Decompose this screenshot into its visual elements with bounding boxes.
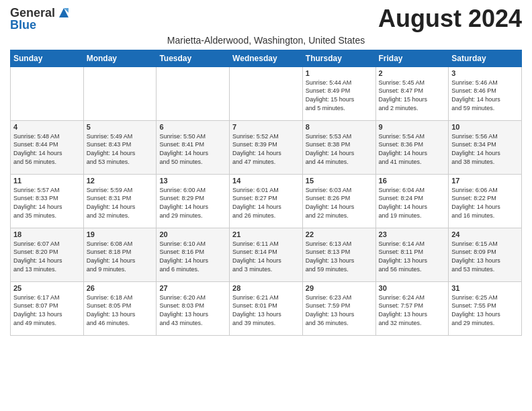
calendar-header-row: Sunday Monday Tuesday Wednesday Thursday…: [11, 50, 522, 66]
day-number: 20: [159, 230, 226, 238]
day-info: Sunrise: 5:57 AM Sunset: 8:33 PM Dayligh…: [13, 186, 81, 220]
calendar-cell: 25Sunrise: 6:17 AM Sunset: 8:07 PM Dayli…: [11, 281, 84, 335]
day-info: Sunrise: 5:44 AM Sunset: 8:49 PM Dayligh…: [306, 79, 373, 112]
logo-blue: Blue: [10, 19, 36, 32]
calendar-row-2: 4Sunrise: 5:48 AM Sunset: 8:44 PM Daylig…: [11, 120, 522, 174]
calendar-cell: 6Sunrise: 5:50 AM Sunset: 8:41 PM Daylig…: [157, 120, 230, 174]
calendar-cell: 3Sunrise: 5:46 AM Sunset: 8:46 PM Daylig…: [449, 66, 522, 120]
day-number: 29: [306, 284, 373, 292]
day-number: 23: [379, 230, 446, 238]
day-info: Sunrise: 6:11 AM Sunset: 8:14 PM Dayligh…: [232, 240, 300, 273]
day-info: Sunrise: 6:17 AM Sunset: 8:07 PM Dayligh…: [13, 293, 81, 327]
calendar-row-4: 18Sunrise: 6:07 AM Sunset: 8:20 PM Dayli…: [11, 228, 522, 281]
month-title: August 2024: [378, 7, 522, 31]
header-thursday: Thursday: [302, 50, 375, 66]
calendar-cell: 9Sunrise: 5:54 AM Sunset: 8:36 PM Daylig…: [375, 120, 449, 174]
calendar-cell: 16Sunrise: 6:04 AM Sunset: 8:24 PM Dayli…: [375, 174, 449, 228]
calendar-cell: [83, 66, 157, 120]
calendar-cell: 23Sunrise: 6:14 AM Sunset: 8:11 PM Dayli…: [375, 228, 449, 281]
calendar-cell: 1Sunrise: 5:44 AM Sunset: 8:49 PM Daylig…: [302, 66, 375, 120]
calendar-cell: 12Sunrise: 5:59 AM Sunset: 8:31 PM Dayli…: [83, 174, 157, 228]
day-number: 30: [379, 284, 446, 292]
day-info: Sunrise: 6:04 AM Sunset: 8:24 PM Dayligh…: [379, 186, 446, 220]
calendar-cell: 7Sunrise: 5:52 AM Sunset: 8:39 PM Daylig…: [230, 120, 303, 174]
day-info: Sunrise: 6:06 AM Sunset: 8:22 PM Dayligh…: [451, 186, 519, 220]
day-info: Sunrise: 5:52 AM Sunset: 8:39 PM Dayligh…: [232, 132, 300, 166]
day-info: Sunrise: 5:50 AM Sunset: 8:41 PM Dayligh…: [159, 132, 226, 166]
day-number: 10: [451, 123, 519, 131]
header: General Blue August 2024: [10, 7, 522, 32]
header-friday: Friday: [375, 50, 449, 66]
day-number: 19: [87, 230, 154, 238]
day-info: Sunrise: 6:25 AM Sunset: 7:55 PM Dayligh…: [451, 293, 519, 327]
day-number: 31: [451, 284, 519, 292]
calendar-cell: 15Sunrise: 6:03 AM Sunset: 8:26 PM Dayli…: [302, 174, 375, 228]
calendar-cell: 18Sunrise: 6:07 AM Sunset: 8:20 PM Dayli…: [11, 228, 84, 281]
day-number: 13: [159, 177, 226, 185]
day-number: 6: [159, 123, 226, 131]
calendar-cell: 27Sunrise: 6:20 AM Sunset: 8:03 PM Dayli…: [157, 281, 230, 335]
day-info: Sunrise: 5:45 AM Sunset: 8:47 PM Dayligh…: [379, 79, 446, 112]
header-monday: Monday: [83, 50, 157, 66]
calendar-cell: 11Sunrise: 5:57 AM Sunset: 8:33 PM Dayli…: [11, 174, 84, 228]
calendar-cell: 5Sunrise: 5:49 AM Sunset: 8:43 PM Daylig…: [83, 120, 157, 174]
calendar-cell: 20Sunrise: 6:10 AM Sunset: 8:16 PM Dayli…: [157, 228, 230, 281]
day-number: 16: [379, 177, 446, 185]
day-info: Sunrise: 6:13 AM Sunset: 8:13 PM Dayligh…: [306, 240, 373, 273]
calendar-cell: [230, 66, 303, 120]
subtitle: Marietta-Alderwood, Washington, United S…: [10, 35, 522, 46]
day-info: Sunrise: 6:18 AM Sunset: 8:05 PM Dayligh…: [87, 293, 154, 327]
calendar-cell: 30Sunrise: 6:24 AM Sunset: 7:57 PM Dayli…: [375, 281, 449, 335]
day-info: Sunrise: 6:21 AM Sunset: 8:01 PM Dayligh…: [232, 293, 300, 327]
calendar-cell: 21Sunrise: 6:11 AM Sunset: 8:14 PM Dayli…: [230, 228, 303, 281]
calendar-cell: 19Sunrise: 6:08 AM Sunset: 8:18 PM Dayli…: [83, 228, 157, 281]
day-number: 24: [451, 230, 519, 238]
day-number: 2: [379, 69, 446, 77]
calendar-cell: 24Sunrise: 6:15 AM Sunset: 8:09 PM Dayli…: [449, 228, 522, 281]
day-info: Sunrise: 6:20 AM Sunset: 8:03 PM Dayligh…: [159, 293, 226, 327]
calendar-row-1: 1Sunrise: 5:44 AM Sunset: 8:49 PM Daylig…: [11, 66, 522, 120]
day-info: Sunrise: 5:49 AM Sunset: 8:43 PM Dayligh…: [87, 132, 154, 166]
header-wednesday: Wednesday: [230, 50, 303, 66]
day-number: 8: [306, 123, 373, 131]
calendar-row-3: 11Sunrise: 5:57 AM Sunset: 8:33 PM Dayli…: [11, 174, 522, 228]
calendar-row-5: 25Sunrise: 6:17 AM Sunset: 8:07 PM Dayli…: [11, 281, 522, 335]
calendar-cell: 4Sunrise: 5:48 AM Sunset: 8:44 PM Daylig…: [11, 120, 84, 174]
day-number: 25: [13, 284, 81, 292]
day-info: Sunrise: 6:08 AM Sunset: 8:18 PM Dayligh…: [87, 240, 154, 273]
logo-icon: [56, 5, 71, 20]
header-saturday: Saturday: [449, 50, 522, 66]
page: General Blue August 2024 Marietta-Alderw…: [0, 0, 532, 342]
calendar-table: Sunday Monday Tuesday Wednesday Thursday…: [10, 50, 522, 336]
day-info: Sunrise: 6:00 AM Sunset: 8:29 PM Dayligh…: [159, 186, 226, 220]
day-info: Sunrise: 6:01 AM Sunset: 8:27 PM Dayligh…: [232, 186, 300, 220]
calendar-cell: 14Sunrise: 6:01 AM Sunset: 8:27 PM Dayli…: [230, 174, 303, 228]
day-number: 28: [232, 284, 300, 292]
calendar-cell: 28Sunrise: 6:21 AM Sunset: 8:01 PM Dayli…: [230, 281, 303, 335]
day-info: Sunrise: 6:15 AM Sunset: 8:09 PM Dayligh…: [451, 240, 519, 273]
day-info: Sunrise: 6:10 AM Sunset: 8:16 PM Dayligh…: [159, 240, 226, 273]
day-number: 5: [87, 123, 154, 131]
day-number: 22: [306, 230, 373, 238]
header-sunday: Sunday: [11, 50, 84, 66]
day-number: 9: [379, 123, 446, 131]
day-info: Sunrise: 6:14 AM Sunset: 8:11 PM Dayligh…: [379, 240, 446, 273]
day-number: 14: [232, 177, 300, 185]
day-number: 4: [13, 123, 81, 131]
calendar-cell: [11, 66, 84, 120]
day-number: 1: [306, 69, 373, 77]
calendar-cell: 8Sunrise: 5:53 AM Sunset: 8:38 PM Daylig…: [302, 120, 375, 174]
day-number: 15: [306, 177, 373, 185]
day-info: Sunrise: 6:24 AM Sunset: 7:57 PM Dayligh…: [379, 293, 446, 327]
day-number: 7: [232, 123, 300, 131]
calendar-cell: 26Sunrise: 6:18 AM Sunset: 8:05 PM Dayli…: [83, 281, 157, 335]
day-info: Sunrise: 5:46 AM Sunset: 8:46 PM Dayligh…: [451, 79, 519, 112]
calendar-cell: [157, 66, 230, 120]
day-number: 12: [87, 177, 154, 185]
day-number: 17: [451, 177, 519, 185]
logo: General Blue: [10, 7, 71, 32]
day-info: Sunrise: 6:07 AM Sunset: 8:20 PM Dayligh…: [13, 240, 81, 273]
day-number: 11: [13, 177, 81, 185]
day-info: Sunrise: 5:59 AM Sunset: 8:31 PM Dayligh…: [87, 186, 154, 220]
calendar-cell: 29Sunrise: 6:23 AM Sunset: 7:59 PM Dayli…: [302, 281, 375, 335]
